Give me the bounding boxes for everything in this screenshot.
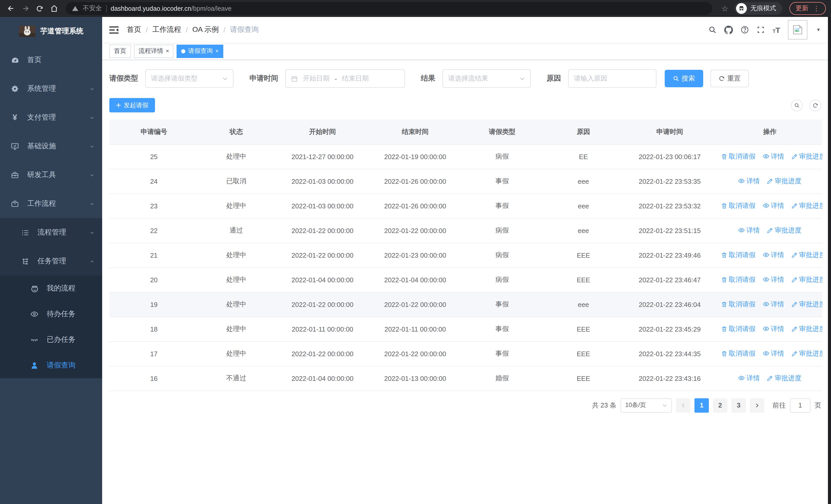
sidebar-item[interactable]: 任务管理	[0, 247, 102, 276]
cancel-leave-link[interactable]: 取消请假	[721, 349, 755, 358]
sidebar-item[interactable]: 研发工具	[0, 161, 102, 189]
progress-link[interactable]: 审批进度	[767, 226, 801, 235]
help-icon[interactable]	[741, 26, 749, 34]
result-select[interactable]: 请选择流结果	[442, 69, 531, 88]
detail-link[interactable]: 详情	[763, 324, 784, 334]
detail-link[interactable]: 详情	[763, 300, 784, 309]
cancel-leave-link[interactable]: 取消请假	[721, 251, 755, 260]
page-button-2[interactable]: 2	[713, 398, 727, 412]
tab-1[interactable]: 流程详情×	[134, 45, 174, 58]
prev-page-button[interactable]	[676, 398, 690, 412]
sidebar-item[interactable]: ¥支付管理	[0, 103, 102, 132]
address-bar[interactable]: 不安全 dashboard.yudao.iocoder.cn/bpm/oa/le…	[66, 2, 712, 15]
progress-link[interactable]: 审批进度	[792, 300, 822, 309]
bookmark-star-icon[interactable]: ☆	[721, 4, 728, 13]
github-icon[interactable]	[724, 25, 733, 34]
sidebar-item[interactable]: 系统管理	[0, 75, 102, 103]
cell-applied: 2022-01-22 23:53:35	[622, 169, 717, 194]
cell-id: 25	[109, 144, 198, 169]
view-icon	[763, 276, 769, 283]
navbar: 首页 / 工作流程 / OA 示例 / 请假查询	[102, 17, 828, 42]
action-label: 审批进度	[799, 275, 822, 285]
breadcrumb-home[interactable]: 首页	[127, 25, 141, 34]
sidebar-item[interactable]: 工作流程	[0, 189, 102, 218]
sidebar-item[interactable]: 基础设施	[0, 132, 102, 161]
detail-link[interactable]: 详情	[738, 177, 760, 186]
chevron-down-icon	[89, 115, 95, 120]
detail-link[interactable]: 详情	[763, 250, 784, 260]
close-tab-icon[interactable]: ×	[166, 48, 169, 54]
action-label: 取消请假	[729, 275, 755, 285]
fullscreen-icon[interactable]	[757, 26, 765, 34]
browser-home-icon[interactable]	[48, 3, 60, 14]
tab-active[interactable]: 请假查询×	[177, 45, 223, 58]
header-search-icon[interactable]	[709, 26, 717, 34]
reset-button[interactable]: 重置	[710, 70, 749, 87]
eye-icon	[30, 310, 39, 318]
detail-link[interactable]: 详情	[738, 226, 760, 235]
next-page-button[interactable]	[750, 398, 764, 412]
cell-actions: 取消请假详情审批进度	[718, 144, 822, 169]
sidebar-item[interactable]: 首页	[0, 46, 102, 75]
table-row: 22通过2022-01-22 00:00:002022-01-22 00:00:…	[109, 218, 822, 243]
sidebar-item[interactable]: 请假查询	[0, 353, 102, 378]
tab-0[interactable]: 首页	[109, 45, 131, 58]
url-host: dashboard.yudao.iocoder.cn	[111, 5, 191, 12]
progress-link[interactable]: 审批进度	[767, 177, 801, 186]
avatar[interactable]	[788, 20, 807, 39]
create-leave-button[interactable]: 发起请假	[109, 98, 155, 112]
progress-link[interactable]: 审批进度	[767, 374, 801, 383]
breadcrumb-workflow[interactable]: 工作流程	[152, 25, 181, 34]
page-button-3[interactable]: 3	[732, 398, 746, 412]
cancel-leave-link[interactable]: 取消请假	[721, 325, 755, 334]
sidebar-collapse-icon[interactable]	[109, 26, 119, 34]
browser-back-icon[interactable]	[5, 3, 17, 14]
progress-link[interactable]: 审批进度	[792, 251, 822, 260]
detail-link[interactable]: 详情	[763, 201, 784, 210]
sidebar-item[interactable]: 已办任务	[0, 327, 102, 353]
app-title: 芋道管理系统	[40, 27, 83, 36]
sidebar-item[interactable]: 我的流程	[0, 276, 102, 301]
progress-link[interactable]: 审批进度	[792, 349, 822, 358]
browser-forward-icon[interactable]	[20, 3, 31, 14]
window-scrollbar[interactable]	[828, 17, 831, 504]
detail-link[interactable]: 详情	[738, 374, 760, 383]
close-tab-icon[interactable]: ×	[215, 48, 219, 54]
progress-link[interactable]: 审批进度	[792, 202, 822, 211]
action-label: 审批进度	[775, 226, 801, 235]
cell-type: 病假	[459, 218, 545, 243]
breadcrumb-oa[interactable]: OA 示例	[193, 25, 219, 34]
refresh-table-button[interactable]	[809, 99, 821, 111]
cancel-leave-link[interactable]: 取消请假	[721, 275, 755, 285]
action-label: 取消请假	[729, 251, 755, 260]
detail-link[interactable]: 详情	[763, 349, 784, 358]
detail-link[interactable]: 详情	[763, 275, 784, 284]
app-logo-row[interactable]: 芋道管理系统	[0, 17, 102, 46]
avatar-caret-icon[interactable]: ▼	[816, 27, 821, 32]
security-label: 不安全	[83, 4, 102, 13]
page-button-1[interactable]: 1	[694, 398, 709, 412]
browser-menu-icon[interactable]: ⋮	[813, 5, 820, 12]
sidebar-item[interactable]: 待办任务	[0, 301, 102, 327]
cell-status: 处理中	[198, 243, 274, 267]
page-size-select[interactable]: 10条/页	[621, 398, 672, 412]
font-size-icon[interactable]: TT	[773, 26, 780, 34]
detail-link[interactable]: 详情	[763, 152, 784, 161]
search-button[interactable]: 搜索	[665, 70, 703, 87]
cell-applied: 2022-01-22 23:44:35	[622, 341, 717, 366]
cancel-leave-link[interactable]: 取消请假	[721, 300, 755, 309]
progress-link[interactable]: 审批进度	[792, 275, 822, 285]
progress-link[interactable]: 审批进度	[792, 325, 822, 334]
cancel-leave-link[interactable]: 取消请假	[721, 152, 755, 161]
goto-page-input[interactable]: 1	[790, 398, 810, 412]
leave-type-select[interactable]: 请选择请假类型	[145, 69, 233, 88]
apply-time-range-picker[interactable]: 开始日期 - 结束日期	[285, 69, 405, 88]
cancel-leave-link[interactable]: 取消请假	[721, 202, 755, 211]
browser-update-button[interactable]: 更新 ⋮	[790, 2, 826, 15]
browser-reload-icon[interactable]	[34, 3, 45, 14]
sidebar-item[interactable]: 流程管理	[0, 218, 102, 247]
progress-link[interactable]: 审批进度	[792, 152, 822, 161]
toggle-search-button[interactable]	[791, 99, 803, 111]
leave-table: 申请编号 状态 开始时间 结束时间 请假类型 原因 申请时间 操作 25处理中2…	[109, 120, 822, 391]
reason-input[interactable]: 请输入原因	[568, 69, 657, 88]
